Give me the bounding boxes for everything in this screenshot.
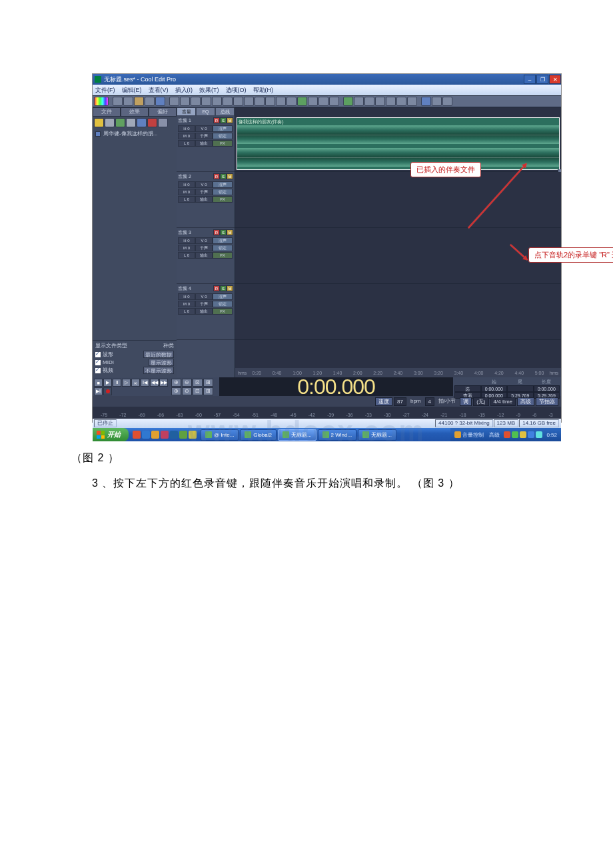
- recent-dropdown[interactable]: 最近的数据: [143, 351, 174, 358]
- track-h-field[interactable]: H 0: [178, 125, 195, 132]
- pause-button[interactable]: Ⅱ: [113, 379, 121, 387]
- vzoom-out-button[interactable]: ⊖: [182, 387, 192, 395]
- taskbar-item[interactable]: 无标题...: [358, 429, 396, 441]
- tray-icon-4[interactable]: [528, 431, 534, 438]
- quick-icon-3[interactable]: [151, 431, 159, 439]
- menu-view[interactable]: 查看(V): [149, 86, 169, 95]
- toolbar-group[interactable]: [343, 97, 353, 106]
- track-out-field[interactable]: 输出: [195, 252, 213, 259]
- sidebar-tab-files[interactable]: 文件: [93, 107, 121, 117]
- track-h-field[interactable]: H 0: [178, 293, 195, 300]
- track-lane-4[interactable]: [235, 284, 561, 340]
- beats-per-bar[interactable]: 4: [425, 397, 434, 406]
- sidebar-help-button[interactable]: [158, 118, 168, 127]
- audio-clip[interactable]: 像我这样的朋友(伴奏): [237, 117, 560, 170]
- loop-button[interactable]: ∞: [131, 379, 140, 387]
- track-m-field[interactable]: M 0: [178, 245, 195, 251]
- track-h-field[interactable]: H 0: [178, 237, 195, 244]
- toolbar-crossfade[interactable]: [364, 97, 374, 106]
- track-wet-field[interactable]: 湿声: [213, 125, 233, 132]
- toolbar-env[interactable]: [375, 97, 385, 106]
- track-record-button[interactable]: R: [213, 229, 220, 235]
- track-lane-3[interactable]: [235, 228, 561, 284]
- rewind-button[interactable]: ◀◀: [150, 379, 159, 387]
- toolbar-save-all[interactable]: [155, 97, 165, 106]
- goto-begin-button[interactable]: Ⅰ◀: [141, 379, 149, 387]
- track-lane-2[interactable]: [235, 172, 561, 228]
- track-wet-field[interactable]: 湿声: [213, 237, 233, 244]
- menu-insert[interactable]: 插入(I): [175, 86, 193, 95]
- toolbar-save[interactable]: [145, 97, 155, 106]
- restore-button[interactable]: ❐: [536, 75, 548, 84]
- toolbar-open[interactable]: [123, 97, 133, 106]
- track-l-field[interactable]: L 0: [178, 308, 195, 315]
- toolbar-paste[interactable]: [191, 97, 201, 106]
- track-solo-button[interactable]: S: [220, 229, 227, 235]
- toolbar-zoom-sel[interactable]: [329, 97, 339, 106]
- level-meter[interactable]: -75-72-69-66-63-60-57-54-51-48-45-42-39-…: [93, 407, 561, 419]
- toolbar-btn-e[interactable]: [287, 97, 297, 106]
- toolbar-options[interactable]: [421, 97, 431, 106]
- toolbar-trim[interactable]: [233, 97, 243, 106]
- track-tab-eq[interactable]: EQ: [196, 107, 215, 116]
- track-lock-field[interactable]: 锁定: [213, 245, 233, 251]
- track-out-field[interactable]: 输出: [195, 140, 213, 147]
- quick-icon-4[interactable]: [161, 431, 169, 439]
- taskbar-item[interactable]: Global2: [240, 429, 277, 441]
- toolbar-zoom-out[interactable]: [318, 97, 328, 106]
- taskbar-item[interactable]: 无标题...: [278, 429, 316, 441]
- track-fx-field[interactable]: FX: [213, 140, 233, 147]
- menu-options[interactable]: 选项(O): [226, 86, 247, 95]
- key-dropdown[interactable]: (无): [473, 397, 488, 406]
- track-dry-field[interactable]: 干声: [195, 189, 213, 195]
- record-button[interactable]: [103, 387, 112, 395]
- track-dry-field[interactable]: 干声: [195, 133, 213, 139]
- tray-icon-3[interactable]: [520, 431, 526, 438]
- toolbar-btn-b[interactable]: [255, 97, 265, 106]
- sidebar-edit-button[interactable]: [126, 118, 136, 127]
- track-l-field[interactable]: L 0: [178, 252, 195, 259]
- sidebar-close-button[interactable]: [105, 118, 115, 127]
- sidebar-insert-button[interactable]: [115, 118, 125, 127]
- menu-effects[interactable]: 效果(T): [199, 86, 219, 95]
- goto-end-button[interactable]: ▶Ⅰ: [94, 387, 103, 395]
- sidebar-tab-effects[interactable]: 效果: [121, 107, 149, 117]
- sidebar-fullpath-button[interactable]: [137, 118, 147, 127]
- tray-icon-vol[interactable]: [454, 431, 461, 438]
- track-dry-field[interactable]: 干声: [195, 301, 213, 307]
- track-record-button[interactable]: R: [213, 117, 220, 123]
- forward-button[interactable]: ▶▶: [159, 379, 168, 387]
- toolbar-mixer[interactable]: [396, 97, 406, 106]
- checkbox-midi[interactable]: [95, 360, 101, 365]
- showwave-dropdown[interactable]: 显示波形: [149, 359, 174, 366]
- sidebar-options-button[interactable]: [147, 118, 157, 127]
- toolbar-new[interactable]: [113, 97, 123, 106]
- track-l-field[interactable]: L 0: [178, 196, 195, 203]
- track-solo-button[interactable]: S: [220, 285, 227, 291]
- close-button[interactable]: ✕: [549, 75, 561, 84]
- toolbar-copy[interactable]: [180, 97, 190, 106]
- toolbar-help[interactable]: [442, 97, 452, 106]
- track-lock-field[interactable]: 锁定: [213, 301, 233, 307]
- track-record-button[interactable]: R: [213, 285, 220, 291]
- menu-edit[interactable]: 编辑(E): [122, 86, 142, 95]
- stop-button[interactable]: ■: [94, 379, 103, 387]
- tempo-bpm[interactable]: 87: [394, 397, 406, 406]
- track-mute-button[interactable]: M: [227, 117, 233, 123]
- toolbar-undo[interactable]: [212, 97, 222, 106]
- time-ruler[interactable]: hms 0:200:401:001:201:402:002:202:403:00…: [235, 368, 561, 377]
- track-wet-field[interactable]: 湿声: [213, 293, 233, 300]
- tray-icon-2[interactable]: [512, 431, 518, 438]
- quick-icon-5[interactable]: [170, 431, 178, 439]
- track-m-field[interactable]: M 0: [178, 189, 195, 195]
- lane-resize-handle[interactable]: [558, 169, 561, 172]
- toolbar-redo[interactable]: [223, 97, 233, 106]
- vzoom-in-button[interactable]: ⊕: [171, 387, 181, 395]
- checkbox-video[interactable]: [95, 368, 101, 373]
- toolbar-snap[interactable]: [354, 97, 364, 106]
- track-fx-field[interactable]: FX: [213, 252, 233, 259]
- play-button[interactable]: ▶: [103, 379, 112, 387]
- toolbar-cut[interactable]: [169, 97, 179, 106]
- track-fx-field[interactable]: FX: [213, 308, 233, 315]
- menu-file[interactable]: 文件(F): [95, 86, 115, 95]
